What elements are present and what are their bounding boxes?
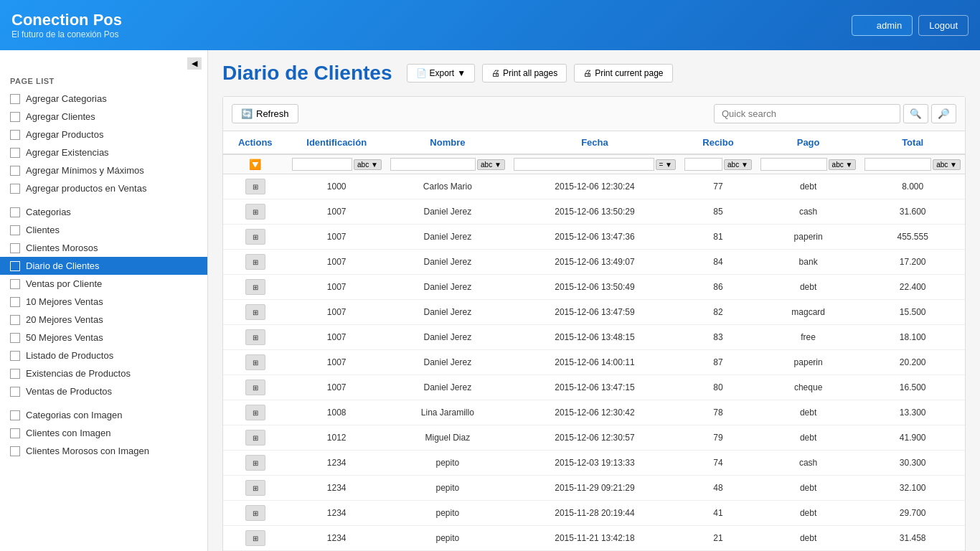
table-row: ⊞ 1234 pepito 2015-11-29 09:21:29 48 deb… <box>223 476 965 501</box>
row-detail-button[interactable]: ⊞ <box>245 480 265 496</box>
row-recibo: 77 <box>680 174 756 199</box>
col-recibo[interactable]: Recibo <box>680 131 756 154</box>
filter-nombre-input[interactable] <box>390 158 476 171</box>
row-detail-button[interactable]: ⊞ <box>245 530 265 546</box>
col-id[interactable]: Identificación <box>288 131 386 154</box>
filter-id-input[interactable] <box>292 158 353 171</box>
col-nombre[interactable]: Nombre <box>386 131 509 154</box>
row-id: 1007 <box>288 275 386 300</box>
row-pago: debt <box>756 476 861 501</box>
row-action-cell: ⊞ <box>223 425 288 451</box>
row-nombre: pepito <box>386 451 509 476</box>
search-button[interactable]: 🔍 <box>903 104 928 123</box>
sidebar-item-clientes-imagen[interactable]: Clientes con Imagen <box>0 424 207 442</box>
row-action-cell: ⊞ <box>223 174 288 199</box>
sidebar-label-ventas-productos: Ventas de Productos <box>26 386 112 397</box>
filter-pago-input[interactable] <box>760 158 827 171</box>
row-detail-button[interactable]: ⊞ <box>245 179 265 194</box>
sidebar-item-existencias-productos[interactable]: Existencias de Productos <box>0 364 207 382</box>
row-detail-button[interactable]: ⊞ <box>245 304 265 320</box>
filter-fecha-input[interactable] <box>514 158 654 171</box>
row-total: 22.400 <box>860 275 965 300</box>
sidebar-item-20-mejores-ventas[interactable]: 20 Mejores Ventas <box>0 311 207 329</box>
sidebar-checkbox-existencias-productos <box>10 369 20 379</box>
row-detail-button[interactable]: ⊞ <box>245 204 265 220</box>
app-subtitle: El futuro de la conexión Pos <box>11 29 122 39</box>
search-input[interactable] <box>714 104 900 123</box>
row-detail-button[interactable]: ⊞ <box>245 354 265 370</box>
sidebar-item-diario-clientes[interactable]: Diario de Clientes <box>0 257 207 275</box>
col-fecha[interactable]: Fecha <box>509 131 680 154</box>
table-row: ⊞ 1234 pepito 2015-12-03 19:13:33 74 cas… <box>223 451 965 476</box>
refresh-button[interactable]: 🔄 Refresh <box>232 104 298 123</box>
logout-button[interactable]: Logout <box>918 15 969 36</box>
table-header-row: Actions Identificación Nombre Fecha Reci… <box>223 131 965 154</box>
filter-nombre-badge[interactable]: abc ▼ <box>477 159 505 170</box>
sidebar-item-categorias-imagen[interactable]: Categorias con Imagen <box>0 406 207 424</box>
filter-pago-badge[interactable]: abc ▼ <box>829 159 857 170</box>
main-content: Diario de Clientes 📄 Export ▼ 🖨 Print al… <box>208 50 980 551</box>
sidebar-item-agregar-categorias[interactable]: Agregar Categorias <box>0 90 207 108</box>
sidebar-checkbox-ventas-cliente <box>10 279 20 289</box>
row-total: 41.900 <box>860 425 965 451</box>
row-detail-button[interactable]: ⊞ <box>245 329 265 345</box>
sidebar-item-agregar-clientes[interactable]: Agregar Clientes <box>0 108 207 126</box>
sidebar-item-clientes-morosos-imagen[interactable]: Clientes Morosos con Imagen <box>0 442 207 460</box>
sidebar-item-clientes[interactable]: Clientes <box>0 221 207 239</box>
sidebar-item-10-mejores-ventas[interactable]: 10 Mejores Ventas <box>0 293 207 311</box>
row-detail-button[interactable]: ⊞ <box>245 455 265 471</box>
admin-button[interactable]: 👤 admin <box>852 15 913 36</box>
print-current-button[interactable]: 🖨 Print current page <box>574 64 672 83</box>
sidebar-label-categorias: Categorias <box>26 207 71 217</box>
row-detail-button[interactable]: ⊞ <box>245 380 265 395</box>
row-action-cell: ⊞ <box>223 225 288 250</box>
col-pago[interactable]: Pago <box>756 131 861 154</box>
sidebar-item-clientes-morosos[interactable]: Clientes Morosos <box>0 239 207 257</box>
sidebar-label-agregar-productos-ventas: Agregar productos en Ventas <box>26 183 146 194</box>
filter-total-input[interactable] <box>864 158 931 171</box>
sidebar-item-categorias[interactable]: Categorias <box>0 203 207 221</box>
row-action-cell: ⊞ <box>223 300 288 325</box>
sidebar-item-agregar-minimos-maximos[interactable]: Agregar Mínimos y Máximos <box>0 161 207 179</box>
table-row: ⊞ 1012 Miguel Diaz 2015-12-06 12:30:57 7… <box>223 425 965 451</box>
filter-id-badge[interactable]: abc ▼ <box>354 159 382 170</box>
row-detail-button[interactable]: ⊞ <box>245 430 265 446</box>
sidebar-label-agregar-minimos-maximos: Agregar Mínimos y Máximos <box>26 165 144 176</box>
row-detail-button[interactable]: ⊞ <box>245 405 265 420</box>
filter-recibo-input[interactable] <box>684 158 722 171</box>
row-fecha: 2015-12-06 12:30:57 <box>509 425 680 451</box>
export-chevron-icon: ▼ <box>457 68 466 78</box>
sidebar-items: Agregar CategoriasAgregar ClientesAgrega… <box>0 90 207 460</box>
row-fecha: 2015-12-06 13:47:36 <box>509 225 680 250</box>
sidebar-item-agregar-productos-ventas[interactable]: Agregar productos en Ventas <box>0 179 207 197</box>
sidebar-label-agregar-clientes: Agregar Clientes <box>26 111 95 122</box>
advanced-search-button[interactable]: 🔎 <box>931 104 956 123</box>
sidebar-checkbox-categorias-imagen <box>10 410 20 420</box>
row-detail-button[interactable]: ⊞ <box>245 505 265 521</box>
filter-fecha-badge[interactable]: = ▼ <box>656 159 677 170</box>
sidebar-item-ventas-productos[interactable]: Ventas de Productos <box>0 382 207 400</box>
sidebar-item-ventas-cliente[interactable]: Ventas por Cliente <box>0 275 207 293</box>
row-detail-button[interactable]: ⊞ <box>245 229 265 245</box>
row-nombre: pepito <box>386 526 509 551</box>
row-detail-button[interactable]: ⊞ <box>245 254 265 270</box>
sidebar-collapse-button[interactable]: ◀ <box>187 57 202 70</box>
row-nombre: Daniel Jerez <box>386 375 509 400</box>
row-fecha: 2015-12-03 19:13:33 <box>509 451 680 476</box>
sidebar-item-agregar-productos[interactable]: Agregar Productos <box>0 126 207 143</box>
row-detail-button[interactable]: ⊞ <box>245 279 265 295</box>
row-total: 30.300 <box>860 451 965 476</box>
col-total[interactable]: Total <box>860 131 965 154</box>
row-nombre: Daniel Jerez <box>386 275 509 300</box>
filter-total-badge[interactable]: abc ▼ <box>933 159 961 170</box>
filter-icon: 🔎 <box>938 108 950 119</box>
page-title: Diario de Clientes <box>222 62 392 85</box>
print-all-button[interactable]: 🖨 Print all pages <box>482 64 567 83</box>
sidebar-checkbox-listado-productos <box>10 351 20 361</box>
sidebar-item-agregar-existencias[interactable]: Agregar Existencias <box>0 143 207 161</box>
row-fecha: 2015-11-29 09:21:29 <box>509 476 680 501</box>
export-button[interactable]: 📄 Export ▼ <box>407 64 476 83</box>
filter-recibo-badge[interactable]: abc ▼ <box>724 159 752 170</box>
sidebar-item-listado-productos[interactable]: Listado de Productos <box>0 347 207 364</box>
sidebar-item-50-mejores-ventas[interactable]: 50 Mejores Ventas <box>0 329 207 347</box>
